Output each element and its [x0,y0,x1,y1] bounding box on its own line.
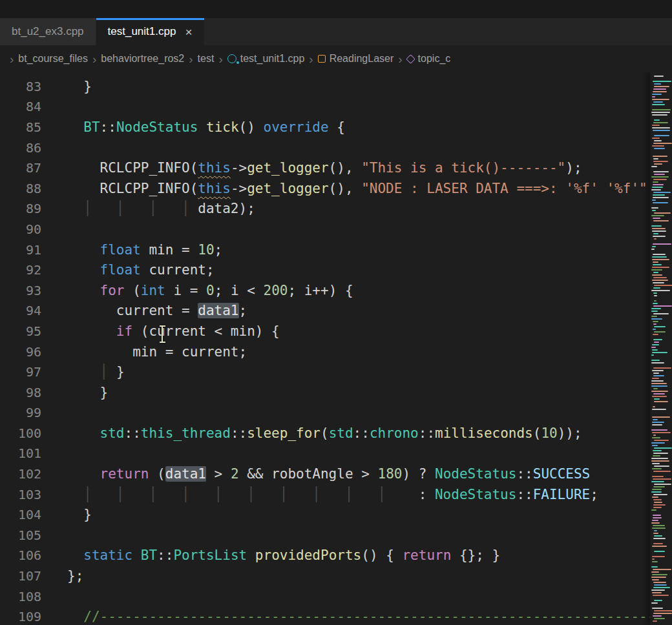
minimap-line [653,202,668,203]
code-line[interactable]: 90 [0,219,672,240]
line-number[interactable]: 90 [0,221,41,237]
tab-bt_u2_ex3-cpp[interactable]: bt_u2_ex3.cpp [0,18,96,45]
breadcrumb-item-topic_c[interactable]: topic_c [407,53,451,65]
code-line[interactable]: 99 [0,403,672,424]
minimap-line [652,280,668,281]
minimap-line [651,318,662,320]
minimap-line [652,437,660,438]
line-number[interactable]: 109 [0,609,41,624]
breadcrumb-item-test[interactable]: test [198,53,215,65]
line-number[interactable]: 100 [0,425,41,441]
line-number[interactable]: 95 [0,323,41,339]
minimap-line [651,249,655,250]
line-number[interactable]: 104 [0,507,41,522]
code-line[interactable]: 91 float min = 10; [0,240,672,260]
chevron-right-icon: › [309,53,313,65]
line-number[interactable]: 91 [0,242,41,258]
code-line[interactable]: 97 │ } [0,362,672,382]
code-line[interactable]: 104 } [0,504,672,525]
breadcrumb-item-test_unit1-cpp[interactable]: test_unit1.cpp [227,53,305,65]
line-number[interactable]: 83 [0,79,41,94]
line-number[interactable]: 107 [0,568,41,584]
code-line[interactable]: 105 [0,525,672,546]
minimap-line [653,305,672,307]
breadcrumb-item-bt_course_files[interactable]: bt_course_files [18,53,88,65]
minimap-line [653,218,660,219]
minimap-line [652,349,658,351]
minimap-line [652,187,663,188]
minimap-line [652,114,667,116]
minimap-line [653,419,658,420]
minimap-line [650,553,672,555]
code-line[interactable]: 95 if (current < min) { [0,321,672,342]
code-line[interactable]: 106 static BT::PortsList providedPorts()… [0,546,672,566]
line-number[interactable]: 99 [0,405,41,420]
minimap-line [652,520,658,521]
code-line[interactable]: 88 RCLCPP_INFO(this->get_logger(), "NODE… [0,178,672,199]
minimap-line [652,210,656,211]
minimap-line [652,125,660,126]
breadcrumb-item-ReadingLaser[interactable]: ReadingLaser [318,53,394,65]
minimap-line [652,432,671,433]
line-number[interactable]: 88 [0,181,41,196]
code-line[interactable]: 108 [0,586,672,607]
line-number[interactable]: 85 [0,119,41,135]
minimap[interactable] [650,72,672,625]
line-number[interactable]: 96 [0,344,41,360]
tab-test_unit1-cpp[interactable]: test_unit1.cpp× [96,18,204,45]
code-line[interactable]: 87 RCLCPP_INFO(this->get_logger(), "This… [0,158,672,178]
minimap-line [652,489,662,490]
code-line[interactable]: 93 for (int i = 0; i < 200; i++) { [0,280,672,301]
code-line[interactable]: 101 [0,444,672,464]
line-number[interactable]: 94 [0,303,41,318]
line-number[interactable]: 87 [0,160,41,176]
code-line[interactable]: 84 [0,97,672,118]
minimap-line [654,618,665,619]
line-number[interactable]: 98 [0,385,41,400]
line-number[interactable]: 103 [0,487,41,502]
code-line[interactable]: 92 float current; [0,260,672,280]
code-line[interactable]: 98 } [0,382,672,403]
minimap-line [652,104,665,105]
line-number[interactable]: 86 [0,140,41,156]
line-number[interactable]: 92 [0,262,41,278]
line-number[interactable]: 105 [0,528,41,543]
line-number[interactable]: 108 [0,589,41,604]
line-number[interactable]: 89 [0,201,41,216]
code-line[interactable]: 94 current = data1; [0,301,672,322]
minimap-line [650,153,672,154]
tab-bar: bt_u2_ex3.cpptest_unit1.cpp× [0,18,672,45]
code-text: │ } [67,364,125,380]
code-editor[interactable]: 83 }8485 BT::NodeStatus tick() override … [0,72,672,625]
code-line[interactable]: 102 return (data1 > 2 && robotAngle > 18… [0,464,672,484]
line-number[interactable]: 84 [0,99,41,114]
code-text: return (data1 > 2 && robotAngle > 180) ?… [67,466,590,482]
minimap-line [653,303,658,304]
code-line[interactable]: 100 std::this_thread::sleep_for(std::chr… [0,423,672,444]
code-line[interactable]: 89 │ │ │ │ data2); [0,199,672,220]
line-number[interactable]: 93 [0,283,41,298]
code-line[interactable]: 109 //----------------------------------… [0,606,672,625]
chevron-right-icon: › [218,53,222,65]
minimap-line [653,620,657,622]
minimap-line [650,223,672,224]
code-line[interactable]: 83 } [0,76,672,97]
code-line[interactable]: 85 BT::NodeStatus tick() override { [0,117,672,138]
minimap-line [653,161,668,162]
line-number[interactable]: 106 [0,548,41,563]
code-line[interactable]: 86 [0,138,672,158]
minimap-line [654,326,666,327]
code-line[interactable]: 107}; [0,566,672,586]
minimap-line [654,174,665,175]
code-line[interactable]: 103 │ │ │ │ │ │ │ │ │ │ : NodeStatus::FA… [0,484,672,505]
close-icon[interactable]: × [185,26,192,38]
minimap-line [653,367,671,369]
line-number[interactable]: 102 [0,466,41,482]
line-number[interactable]: 101 [0,446,41,461]
minimap-line [652,445,658,446]
code-line[interactable]: 96 min = current; [0,342,672,362]
line-number[interactable]: 97 [0,364,41,380]
minimap-line [652,99,669,100]
minimap-line [653,233,658,234]
breadcrumb-item-behaviortree_ros2[interactable]: behaviortree_ros2 [101,53,184,65]
